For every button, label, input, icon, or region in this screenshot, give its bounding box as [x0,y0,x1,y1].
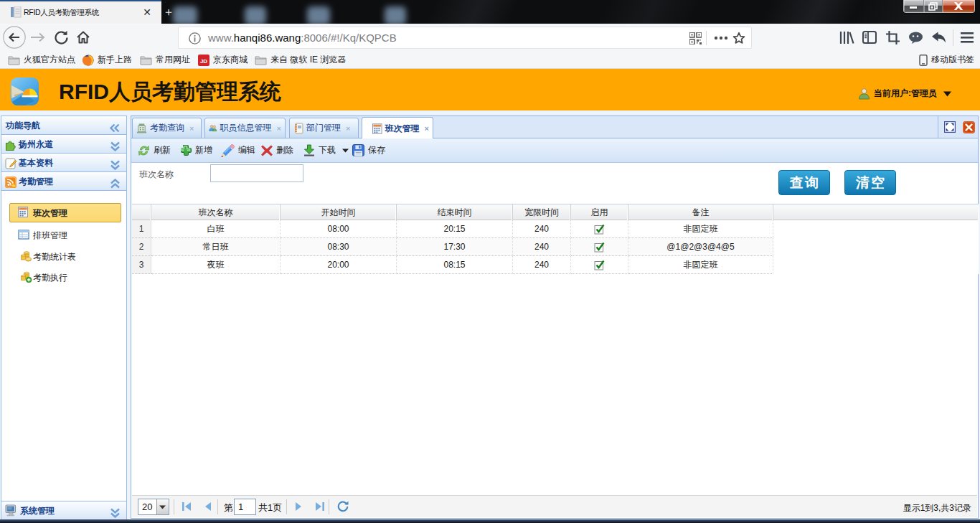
svg-text:JD: JD [200,57,207,64]
